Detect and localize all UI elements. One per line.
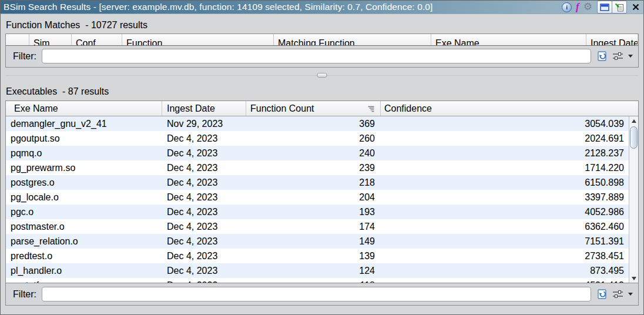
exe-name-cell: postgres.o bbox=[6, 177, 162, 188]
exe-name-cell: pg_locale.o bbox=[6, 192, 162, 203]
down-arrow-icon bbox=[632, 277, 636, 280]
ingest-date-cell: Dec 4, 2023 bbox=[162, 280, 246, 283]
ingest-date-cell: Dec 4, 2023 bbox=[162, 251, 246, 262]
sort-indicator-icon bbox=[367, 106, 375, 112]
exe-name-cell: parse_relation.o bbox=[6, 236, 162, 247]
exe-column-ingest-date[interactable]: Ingest Date bbox=[162, 101, 246, 116]
confidence-cell: 2128.237 bbox=[381, 148, 629, 159]
function-matches-filter-input[interactable] bbox=[42, 49, 591, 63]
create-filter-icon[interactable] bbox=[596, 51, 608, 62]
exe-column-confidence[interactable]: Confidence bbox=[381, 101, 638, 116]
scrollbar-thumb[interactable] bbox=[630, 126, 638, 149]
filter-menu-caret-icon[interactable] bbox=[628, 293, 633, 296]
filter-toolbar-icons bbox=[596, 51, 634, 62]
ingest-date-cell: Dec 4, 2023 bbox=[162, 148, 246, 159]
confidence-cell: 7151.391 bbox=[381, 236, 629, 247]
exe-name-cell: pgc.o bbox=[6, 207, 162, 217]
function-count-label: Function Count bbox=[250, 103, 314, 113]
function-count-cell: 240 bbox=[246, 148, 381, 159]
exe-name-cell: pg_prewarm.so bbox=[6, 163, 162, 173]
up-arrow-icon bbox=[632, 119, 636, 123]
close-icon[interactable] bbox=[632, 4, 639, 11]
filter-options-sliders-icon[interactable] bbox=[612, 52, 623, 61]
table-row[interactable]: postmaster.o Dec 4, 2023 174 6362.460 bbox=[6, 219, 629, 234]
executables-heading: Executables - 87 results bbox=[6, 86, 109, 97]
function-count-cell: 139 bbox=[246, 251, 381, 262]
bsim-search-results-window: BSim Search Results - [server: example.m… bbox=[0, 0, 644, 315]
title-bar[interactable]: BSim Search Results - [server: example.m… bbox=[1, 1, 643, 14]
confidence-cell: 2738.451 bbox=[381, 251, 629, 262]
confidence-cell: 6362.460 bbox=[381, 222, 629, 232]
exe-name-cell: pl_handler.o bbox=[6, 266, 162, 276]
table-row[interactable]: pg_prewarm.so Dec 4, 2023 239 1714.220 bbox=[6, 160, 629, 175]
fm-column-function[interactable]: Function bbox=[122, 34, 274, 46]
function-matches-filter-bar: Filter: bbox=[6, 45, 638, 67]
filter-label: Filter: bbox=[13, 51, 36, 62]
confidence-cell: 3397.889 bbox=[381, 192, 629, 203]
exe-name-cell: predtest.o bbox=[6, 251, 162, 262]
info-icon[interactable]: i bbox=[562, 2, 572, 12]
function-matches-heading: Function Matches - 10727 results bbox=[6, 20, 147, 31]
table-row[interactable]: predtest.o Dec 4, 2023 139 2738.451 bbox=[6, 249, 629, 263]
fm-column-status[interactable] bbox=[6, 34, 29, 46]
table-row[interactable]: postgres.o Dec 4, 2023 218 6150.898 bbox=[6, 175, 629, 190]
function-count-cell: 174 bbox=[246, 222, 381, 232]
table-row[interactable]: pgc.o Dec 4, 2023 193 4052.986 bbox=[6, 205, 629, 219]
splitter-handle[interactable] bbox=[317, 73, 327, 78]
table-row[interactable]: pgstatfuncs.o Dec 4, 2023 118 4531.413 bbox=[6, 278, 629, 283]
function-matches-header-row: Sim Conf Function Matching Function Exe … bbox=[6, 34, 638, 46]
fm-column-matching-function[interactable]: Matching Function bbox=[274, 34, 431, 46]
function-count-cell: 369 bbox=[246, 119, 381, 129]
function-count-cell: 204 bbox=[246, 192, 381, 203]
table-row[interactable]: pqmq.o Dec 4, 2023 240 2128.237 bbox=[6, 146, 629, 160]
function-icon[interactable]: f bbox=[576, 3, 579, 11]
exe-name-cell: pgstatfuncs.o bbox=[6, 280, 162, 283]
ingest-date-cell: Dec 4, 2023 bbox=[162, 133, 246, 144]
restore-window-button[interactable] bbox=[597, 1, 612, 14]
executables-table: Exe Name Ingest Date Function Count Conf… bbox=[6, 101, 638, 283]
fm-column-exe-name[interactable]: Exe Name bbox=[431, 34, 586, 46]
exe-name-cell: pgoutput.so bbox=[6, 133, 162, 144]
scroll-down-button[interactable] bbox=[629, 274, 638, 283]
table-row[interactable]: demangler_gnu_v2_41 Nov 29, 2023 369 305… bbox=[6, 116, 629, 131]
scroll-up-button[interactable] bbox=[629, 116, 638, 125]
confidence-cell: 1714.220 bbox=[381, 163, 629, 173]
ingest-date-cell: Dec 4, 2023 bbox=[162, 192, 246, 203]
title-bar-icons: i f ⚙ bbox=[558, 1, 640, 14]
confidence-cell: 3054.039 bbox=[381, 119, 629, 129]
window-icon bbox=[600, 4, 609, 11]
function-count-cell: 118 bbox=[246, 280, 381, 283]
ingest-date-cell: Dec 4, 2023 bbox=[162, 266, 246, 276]
function-count-cell: 193 bbox=[246, 207, 381, 217]
function-count-cell: 239 bbox=[246, 163, 381, 173]
executables-filter-input[interactable] bbox=[42, 287, 591, 301]
ingest-date-cell: Dec 4, 2023 bbox=[162, 207, 246, 217]
fm-column-conf[interactable]: Conf bbox=[72, 34, 122, 46]
executables-panel: Exe Name Ingest Date Function Count Conf… bbox=[5, 100, 639, 306]
table-row[interactable]: pg_locale.o Dec 4, 2023 204 3397.889 bbox=[6, 190, 629, 205]
exe-name-cell: postmaster.o bbox=[6, 222, 162, 232]
function-count-cell: 124 bbox=[246, 266, 381, 276]
executables-filter-bar: Filter: bbox=[6, 283, 638, 305]
exe-column-function-count[interactable]: Function Count bbox=[246, 101, 381, 116]
exe-table-body: demangler_gnu_v2_41 Nov 29, 2023 369 305… bbox=[6, 116, 629, 283]
function-count-cell: 260 bbox=[246, 133, 381, 144]
table-row[interactable]: pgoutput.so Dec 4, 2023 260 2024.691 bbox=[6, 131, 629, 146]
fm-column-sim[interactable]: Sim bbox=[29, 34, 72, 46]
exe-name-cell: demangler_gnu_v2_41 bbox=[6, 119, 162, 129]
function-matches-panel: Sim Conf Function Matching Function Exe … bbox=[5, 33, 639, 68]
ingest-date-cell: Dec 4, 2023 bbox=[162, 163, 246, 173]
filter-menu-caret-icon[interactable] bbox=[628, 55, 633, 58]
snapshot-button[interactable] bbox=[612, 1, 627, 14]
fm-column-ingest-date[interactable]: Ingest Date bbox=[586, 34, 638, 46]
filter-label: Filter: bbox=[13, 289, 36, 300]
confidence-cell: 4531.413 bbox=[381, 280, 629, 283]
create-filter-icon[interactable] bbox=[596, 289, 608, 300]
settings-gear-icon[interactable]: ⚙ bbox=[583, 2, 592, 12]
ingest-date-cell: Dec 4, 2023 bbox=[162, 177, 246, 188]
filter-options-sliders-icon[interactable] bbox=[612, 290, 623, 299]
vertical-scrollbar[interactable] bbox=[629, 116, 638, 283]
table-row[interactable]: parse_relation.o Dec 4, 2023 149 7151.39… bbox=[6, 234, 629, 249]
table-row[interactable]: pl_handler.o Dec 4, 2023 124 873.495 bbox=[6, 263, 629, 278]
exe-column-exe-name[interactable]: Exe Name bbox=[6, 101, 162, 116]
